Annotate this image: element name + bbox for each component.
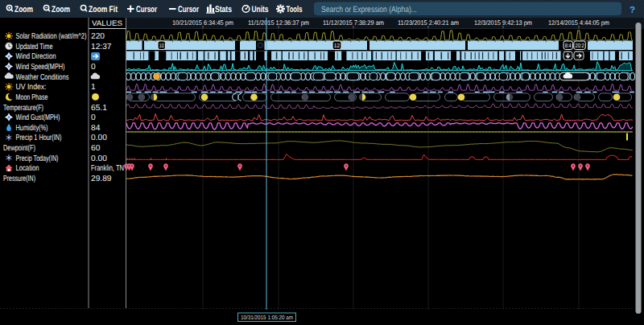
svg-text:Updated Time: Updated Time: [16, 43, 53, 51]
svg-text:29.89: 29.89: [91, 175, 112, 183]
svg-text:220: 220: [91, 32, 105, 41]
svg-text:UV Index:: UV Index:: [16, 83, 47, 92]
svg-text:20:2: 20:2: [576, 43, 584, 49]
svg-text:10/31/2015 1:05:20 am: 10/31/2015 1:05:20 am: [241, 314, 293, 321]
svg-text:Temperature(F): Temperature(F): [3, 104, 43, 113]
svg-text:Solar Radiation (watt/m^2): Solar Radiation (watt/m^2): [16, 32, 87, 41]
svg-text:Franklin, TN: Franklin, TN: [91, 164, 124, 173]
svg-text:Location: Location: [16, 164, 39, 173]
svg-text:Dewpoint(F): Dewpoint(F): [3, 144, 35, 153]
svg-text:Weather Conditions: Weather Conditions: [16, 73, 69, 82]
svg-text:0: 0: [91, 63, 96, 72]
svg-text:11/12/2015 7:38:29 am: 11/12/2015 7:38:29 am: [323, 19, 384, 27]
svg-text:Wind Gust(MPH): Wind Gust(MPH): [16, 113, 60, 122]
svg-text:8:4: 8:4: [565, 43, 572, 49]
svg-text:10: 10: [159, 43, 164, 49]
svg-text:Humidity(%): Humidity(%): [16, 124, 48, 133]
svg-text:Precip 1 Hour(IN): Precip 1 Hour(IN): [16, 134, 62, 142]
svg-text:10/21/2015 6:34:45 pm: 10/21/2015 6:34:45 pm: [172, 19, 233, 27]
svg-text:Wind Speed(MPH): Wind Speed(MPH): [16, 63, 65, 72]
svg-text:12/3/2015 9:42:13 pm: 12/3/2015 9:42:13 pm: [474, 19, 532, 27]
svg-text:12:37: 12:37: [91, 43, 112, 51]
svg-text:Wind Direction: Wind Direction: [16, 52, 56, 61]
svg-text:Moon Phase: Moon Phase: [16, 93, 48, 102]
svg-text:60: 60: [91, 144, 101, 153]
svg-text:0: 0: [91, 113, 96, 122]
svg-text:Pressure(IN): Pressure(IN): [3, 175, 35, 183]
svg-text:12: 12: [334, 43, 341, 49]
svg-text:11/1/2015 12:36:37 pm: 11/1/2015 12:36:37 pm: [248, 19, 309, 27]
svg-text:12/14/2015 4:44:05 pm: 12/14/2015 4:44:05 pm: [548, 19, 609, 27]
svg-text:0.00: 0.00: [91, 154, 107, 163]
svg-text:1: 1: [91, 83, 96, 92]
svg-text:11/23/2015 2:40:21 am: 11/23/2015 2:40:21 am: [398, 19, 459, 27]
svg-text:0.00: 0.00: [91, 134, 107, 142]
svg-text:84: 84: [91, 124, 101, 133]
svg-text:65.1: 65.1: [91, 104, 107, 113]
svg-text:Precip Today(IN): Precip Today(IN): [16, 154, 59, 163]
